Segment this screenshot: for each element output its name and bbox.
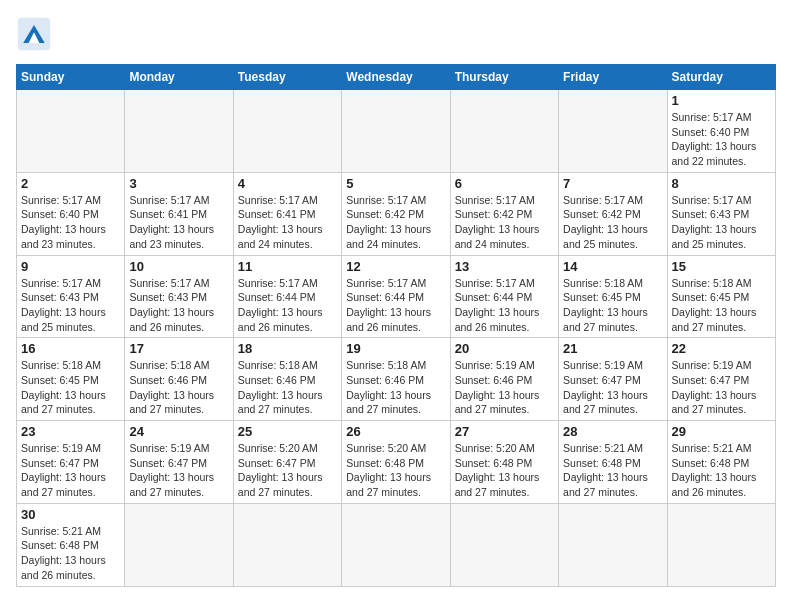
weekday-header: Monday [125,65,233,90]
weekday-header: Wednesday [342,65,450,90]
calendar-header-row: SundayMondayTuesdayWednesdayThursdayFrid… [17,65,776,90]
day-number: 9 [21,259,120,274]
day-number: 21 [563,341,662,356]
day-number: 14 [563,259,662,274]
calendar-day-cell [125,503,233,586]
calendar-day-cell [342,90,450,173]
calendar-day-cell: 1Sunrise: 5:17 AMSunset: 6:40 PMDaylight… [667,90,775,173]
day-detail: Sunrise: 5:21 AMSunset: 6:48 PMDaylight:… [672,441,771,500]
day-number: 2 [21,176,120,191]
day-detail: Sunrise: 5:20 AMSunset: 6:47 PMDaylight:… [238,441,337,500]
day-detail: Sunrise: 5:18 AMSunset: 6:46 PMDaylight:… [238,358,337,417]
day-detail: Sunrise: 5:17 AMSunset: 6:40 PMDaylight:… [21,193,120,252]
day-detail: Sunrise: 5:19 AMSunset: 6:47 PMDaylight:… [672,358,771,417]
day-detail: Sunrise: 5:17 AMSunset: 6:44 PMDaylight:… [346,276,445,335]
day-number: 29 [672,424,771,439]
day-detail: Sunrise: 5:17 AMSunset: 6:42 PMDaylight:… [455,193,554,252]
calendar-day-cell: 23Sunrise: 5:19 AMSunset: 6:47 PMDayligh… [17,421,125,504]
calendar-week-row: 1Sunrise: 5:17 AMSunset: 6:40 PMDaylight… [17,90,776,173]
day-number: 28 [563,424,662,439]
calendar-day-cell: 16Sunrise: 5:18 AMSunset: 6:45 PMDayligh… [17,338,125,421]
calendar-day-cell: 25Sunrise: 5:20 AMSunset: 6:47 PMDayligh… [233,421,341,504]
calendar-day-cell [342,503,450,586]
day-detail: Sunrise: 5:19 AMSunset: 6:46 PMDaylight:… [455,358,554,417]
calendar-day-cell: 18Sunrise: 5:18 AMSunset: 6:46 PMDayligh… [233,338,341,421]
day-number: 25 [238,424,337,439]
weekday-header: Sunday [17,65,125,90]
day-number: 22 [672,341,771,356]
day-number: 27 [455,424,554,439]
calendar-day-cell: 28Sunrise: 5:21 AMSunset: 6:48 PMDayligh… [559,421,667,504]
calendar-day-cell [17,90,125,173]
day-detail: Sunrise: 5:18 AMSunset: 6:46 PMDaylight:… [129,358,228,417]
calendar-day-cell: 10Sunrise: 5:17 AMSunset: 6:43 PMDayligh… [125,255,233,338]
calendar-day-cell: 22Sunrise: 5:19 AMSunset: 6:47 PMDayligh… [667,338,775,421]
calendar-table: SundayMondayTuesdayWednesdayThursdayFrid… [16,64,776,587]
calendar-day-cell [667,503,775,586]
calendar-day-cell [450,503,558,586]
day-number: 10 [129,259,228,274]
day-number: 26 [346,424,445,439]
day-detail: Sunrise: 5:17 AMSunset: 6:43 PMDaylight:… [129,276,228,335]
weekday-header: Thursday [450,65,558,90]
day-number: 18 [238,341,337,356]
calendar-week-row: 2Sunrise: 5:17 AMSunset: 6:40 PMDaylight… [17,172,776,255]
calendar-day-cell [450,90,558,173]
day-number: 20 [455,341,554,356]
day-number: 19 [346,341,445,356]
day-number: 1 [672,93,771,108]
day-number: 4 [238,176,337,191]
day-detail: Sunrise: 5:19 AMSunset: 6:47 PMDaylight:… [129,441,228,500]
calendar-body: 1Sunrise: 5:17 AMSunset: 6:40 PMDaylight… [17,90,776,587]
calendar-day-cell [233,503,341,586]
day-number: 16 [21,341,120,356]
calendar-day-cell: 27Sunrise: 5:20 AMSunset: 6:48 PMDayligh… [450,421,558,504]
calendar-day-cell: 20Sunrise: 5:19 AMSunset: 6:46 PMDayligh… [450,338,558,421]
logo-icon [16,16,52,52]
day-number: 17 [129,341,228,356]
calendar-day-cell [233,90,341,173]
calendar-day-cell: 11Sunrise: 5:17 AMSunset: 6:44 PMDayligh… [233,255,341,338]
calendar-day-cell: 15Sunrise: 5:18 AMSunset: 6:45 PMDayligh… [667,255,775,338]
day-detail: Sunrise: 5:20 AMSunset: 6:48 PMDaylight:… [455,441,554,500]
weekday-header: Friday [559,65,667,90]
weekday-header: Saturday [667,65,775,90]
calendar-day-cell: 7Sunrise: 5:17 AMSunset: 6:42 PMDaylight… [559,172,667,255]
day-detail: Sunrise: 5:18 AMSunset: 6:45 PMDaylight:… [563,276,662,335]
day-detail: Sunrise: 5:21 AMSunset: 6:48 PMDaylight:… [21,524,120,583]
day-detail: Sunrise: 5:19 AMSunset: 6:47 PMDaylight:… [21,441,120,500]
day-detail: Sunrise: 5:17 AMSunset: 6:41 PMDaylight:… [129,193,228,252]
calendar-day-cell: 21Sunrise: 5:19 AMSunset: 6:47 PMDayligh… [559,338,667,421]
calendar-day-cell [559,90,667,173]
day-detail: Sunrise: 5:18 AMSunset: 6:45 PMDaylight:… [21,358,120,417]
day-number: 8 [672,176,771,191]
day-detail: Sunrise: 5:17 AMSunset: 6:41 PMDaylight:… [238,193,337,252]
calendar-day-cell: 2Sunrise: 5:17 AMSunset: 6:40 PMDaylight… [17,172,125,255]
day-detail: Sunrise: 5:20 AMSunset: 6:48 PMDaylight:… [346,441,445,500]
calendar-day-cell: 30Sunrise: 5:21 AMSunset: 6:48 PMDayligh… [17,503,125,586]
calendar-day-cell: 5Sunrise: 5:17 AMSunset: 6:42 PMDaylight… [342,172,450,255]
calendar-day-cell: 8Sunrise: 5:17 AMSunset: 6:43 PMDaylight… [667,172,775,255]
calendar-day-cell: 14Sunrise: 5:18 AMSunset: 6:45 PMDayligh… [559,255,667,338]
day-detail: Sunrise: 5:17 AMSunset: 6:42 PMDaylight:… [346,193,445,252]
logo [16,16,58,52]
calendar-day-cell [559,503,667,586]
day-number: 5 [346,176,445,191]
day-number: 23 [21,424,120,439]
day-detail: Sunrise: 5:17 AMSunset: 6:42 PMDaylight:… [563,193,662,252]
calendar-day-cell: 17Sunrise: 5:18 AMSunset: 6:46 PMDayligh… [125,338,233,421]
day-number: 12 [346,259,445,274]
day-detail: Sunrise: 5:17 AMSunset: 6:44 PMDaylight:… [238,276,337,335]
day-detail: Sunrise: 5:17 AMSunset: 6:44 PMDaylight:… [455,276,554,335]
calendar-day-cell: 29Sunrise: 5:21 AMSunset: 6:48 PMDayligh… [667,421,775,504]
calendar-week-row: 30Sunrise: 5:21 AMSunset: 6:48 PMDayligh… [17,503,776,586]
calendar-week-row: 9Sunrise: 5:17 AMSunset: 6:43 PMDaylight… [17,255,776,338]
day-detail: Sunrise: 5:18 AMSunset: 6:45 PMDaylight:… [672,276,771,335]
calendar-day-cell [125,90,233,173]
day-number: 15 [672,259,771,274]
calendar-day-cell: 4Sunrise: 5:17 AMSunset: 6:41 PMDaylight… [233,172,341,255]
page-header [16,16,776,52]
calendar-day-cell: 3Sunrise: 5:17 AMSunset: 6:41 PMDaylight… [125,172,233,255]
day-detail: Sunrise: 5:17 AMSunset: 6:43 PMDaylight:… [672,193,771,252]
calendar-day-cell: 9Sunrise: 5:17 AMSunset: 6:43 PMDaylight… [17,255,125,338]
